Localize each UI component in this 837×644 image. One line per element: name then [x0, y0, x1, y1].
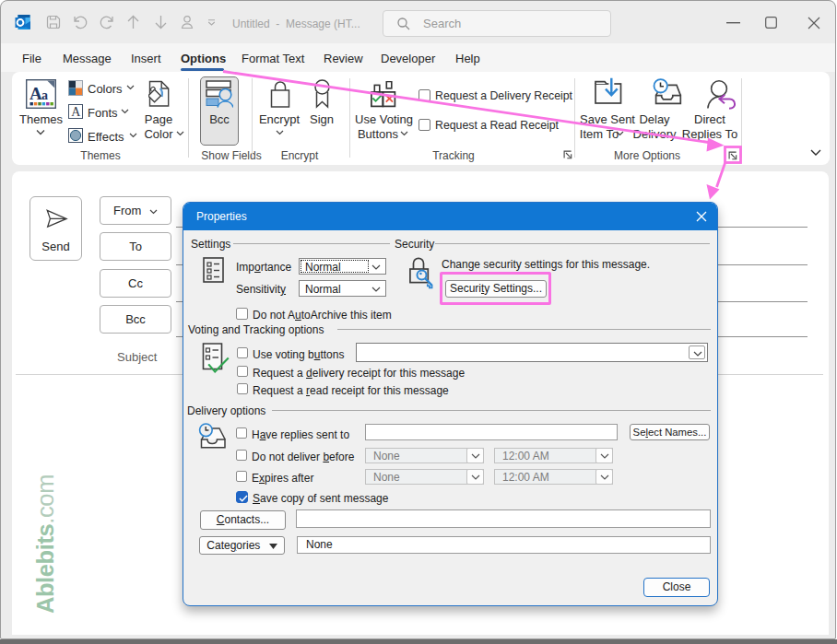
svg-text:a: a: [41, 88, 48, 102]
svg-text:A: A: [71, 105, 81, 119]
svg-text:A: A: [29, 84, 42, 103]
